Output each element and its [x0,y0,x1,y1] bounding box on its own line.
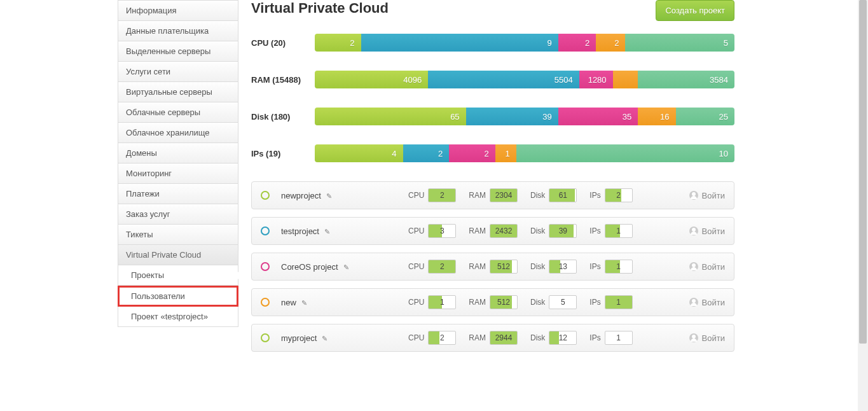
resource-segment: 25 [676,108,734,125]
stat-label: CPU [408,298,424,307]
stat-box[interactable]: 2304 [490,188,518,202]
stat-box[interactable]: 1 [428,295,456,309]
stat-box[interactable]: 5 [549,295,577,309]
edit-icon[interactable]: ✎ [322,335,327,342]
stat-ram: RAM2432 [469,224,518,238]
sidebar-item-dedicated[interactable]: Выделенные серверы [118,41,238,62]
stat-label: CPU [408,333,424,342]
sidebar-item-order[interactable]: Заказ услуг [118,204,238,225]
stat-fill [429,331,439,344]
sidebar-item-network[interactable]: Услуги сети [118,62,238,82]
resource-segment [613,71,638,88]
resource-segment: 2 [596,34,625,52]
sidebar-item-projects[interactable]: Проекты [118,265,238,286]
stat-box[interactable]: 2 [428,331,456,345]
stat-label: RAM [469,298,486,307]
stat-box[interactable]: 2 [428,188,456,202]
project-list: newproject✎CPU2RAM2304Disk61IPs2Войтиtes… [251,181,734,352]
stat-box[interactable]: 61 [549,188,577,202]
stat-box[interactable]: 512 [490,260,518,274]
resource-segment: 4096 [315,71,428,88]
stat-value: 2304 [495,191,513,200]
project-row[interactable]: testproject✎CPU3RAM2432Disk39IPs1Войти [251,217,734,245]
stat-value: 2 [616,191,621,200]
create-project-button[interactable]: Создать проект [656,0,734,21]
project-row[interactable]: newproject✎CPU2RAM2304Disk61IPs2Войти [251,181,734,209]
login-link[interactable]: Войти [689,226,725,236]
stat-value: 1 [616,333,621,342]
sidebar-item-storage[interactable]: Облачное хранилище [118,123,238,143]
scrollbar[interactable]: ▲ ▼ [858,0,868,411]
stat-box[interactable]: 1 [605,331,633,345]
page-title: Virtual Private Cloud [251,0,389,17]
sidebar-item-monitoring[interactable]: Мониторинг [118,164,238,184]
stat-box[interactable]: 512 [490,295,518,309]
login-link[interactable]: Войти [689,262,725,272]
edit-icon[interactable]: ✎ [301,299,307,307]
stat-box[interactable]: 2 [605,188,633,202]
stat-label: IPs [589,262,600,271]
sidebar-item-vpc[interactable]: Virtual Private Cloud [118,245,238,265]
sidebar-item-payments[interactable]: Платежи [118,184,238,204]
login-link[interactable]: Войти [689,191,725,200]
stat-ram: RAM512 [469,295,518,309]
stat-box[interactable]: 2432 [490,224,518,238]
sidebar-item-domains[interactable]: Домены [118,143,238,164]
sidebar-item-virtual[interactable]: Виртуальные серверы [118,82,238,102]
sidebar-item-tickets[interactable]: Тикеты [118,225,238,245]
resource-row-cpu: CPU (20)29225 [251,34,734,52]
stat-box[interactable]: 13 [549,260,577,274]
login-link[interactable]: Войти [689,298,725,307]
stat-box[interactable]: 12 [549,331,577,345]
sidebar-item-info[interactable]: Информация [118,0,238,21]
scrollbar-thumb[interactable] [859,0,867,344]
login-label: Войти [702,226,725,236]
resource-segment: 1280 [579,71,613,88]
stat-box[interactable]: 3 [428,224,456,238]
stat-value: 2944 [495,333,513,342]
resource-segment: 16 [638,108,675,125]
stat-label: CPU [408,191,424,200]
resource-segment: 2 [449,144,495,162]
stat-value: 1 [616,298,621,307]
project-row[interactable]: CoreOS project✎CPU2RAM512Disk13IPs1Войти [251,253,734,281]
project-row[interactable]: myproject✎CPU2RAM2944Disk12IPs1Войти [251,324,734,352]
sidebar: Информация Данные плательщика Выделенные… [118,0,238,359]
stat-box[interactable]: 39 [549,224,577,238]
stat-box[interactable]: 1 [605,295,633,309]
resource-bar: 422110 [315,144,734,162]
edit-icon[interactable]: ✎ [324,228,330,235]
user-icon [689,333,698,342]
login-label: Войти [702,262,725,272]
stat-box[interactable]: 1 [605,224,633,238]
stat-ips: IPs1 [589,331,632,345]
login-link[interactable]: Войти [689,333,725,343]
stat-ips: IPs2 [589,188,632,202]
stat-cpu: CPU2 [408,331,456,345]
resource-segment: 2 [403,144,450,162]
stat-value: 1 [440,298,444,307]
resource-segment: 5 [625,34,734,52]
login-label: Войти [702,333,725,343]
sidebar-item-users[interactable]: Пользователи [118,286,238,307]
sidebar-item-testproject[interactable]: Проект «testproject» [118,307,238,327]
project-row[interactable]: new✎CPU1RAM512Disk5IPs1Войти [251,288,734,316]
stat-cpu: CPU2 [408,188,456,202]
edit-icon[interactable]: ✎ [326,192,332,200]
sidebar-item-payer[interactable]: Данные плательщика [118,21,238,41]
resource-bar: 6539351625 [315,108,734,125]
resource-segment: 2 [558,34,596,52]
stat-box[interactable]: 2 [428,260,456,274]
stat-box[interactable]: 1 [605,260,633,274]
project-name: testproject✎ [281,226,408,236]
edit-icon[interactable]: ✎ [343,263,349,271]
resource-label: Disk (180) [251,112,315,122]
stat-label: IPs [589,298,600,307]
main-content: Virtual Private Cloud Создать проект CPU… [238,0,734,359]
sidebar-item-cloud[interactable]: Облачные серверы [118,102,238,123]
project-name: new✎ [281,298,408,307]
stat-label: IPs [589,191,600,200]
resource-summary: CPU (20)29225RAM (15488)4096550412803584… [251,34,734,162]
stat-box[interactable]: 2944 [490,331,518,345]
stat-label: IPs [589,333,600,342]
